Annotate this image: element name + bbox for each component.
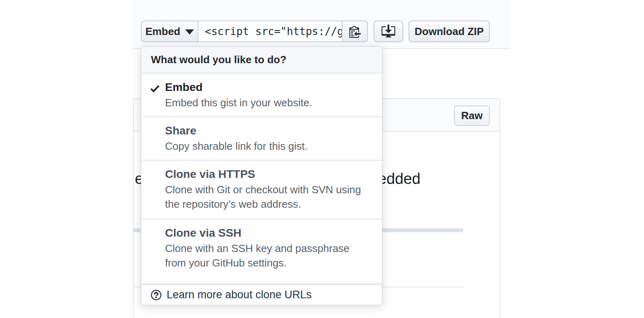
menu-item-description: Clone with Git or checkout with SVN usin…: [165, 182, 370, 211]
menu-item-title: Share: [165, 124, 370, 137]
download-zip-button-label: Download ZIP: [415, 25, 484, 38]
menu-item-clone-ssh[interactable]: Clone via SSH Clone with an SSH key and …: [141, 219, 382, 284]
file-content-text-fragment-right: edded: [378, 171, 421, 187]
copy-to-clipboard-button[interactable]: [342, 21, 368, 42]
menu-item-title: Clone via SSH: [165, 227, 370, 240]
menu-item-description: Clone with an SSH key and passphrase fro…: [165, 241, 370, 270]
raw-button[interactable]: Raw: [454, 105, 490, 126]
menu-item-description: Copy sharable link for this gist.: [165, 139, 370, 153]
learn-more-clone-urls-link[interactable]: Learn more about clone URLs: [141, 284, 382, 305]
toolbar-gap: [368, 21, 374, 42]
embed-dropdown-button[interactable]: Embed: [141, 21, 198, 42]
download-zip-button[interactable]: Download ZIP: [409, 21, 490, 42]
dropdown-header: What would you like to do?: [141, 47, 382, 74]
menu-item-title: Clone via HTTPS: [165, 168, 370, 181]
clippy-copy-icon: [349, 25, 361, 38]
question-icon: [151, 289, 161, 301]
menu-item-title: Embed: [165, 81, 370, 94]
embed-dropdown-button-label: Embed: [145, 25, 180, 38]
menu-item-description: Embed this gist in your website.: [165, 95, 370, 110]
menu-item-share[interactable]: Share Copy sharable link for this gist.: [141, 117, 382, 161]
chevron-down-icon: [185, 29, 194, 35]
learn-more-clone-urls-label: Learn more about clone URLs: [167, 289, 312, 301]
gist-page: Raw ec edded Embed: [0, 0, 644, 318]
desktop-download-icon: [382, 25, 395, 38]
check-icon: [150, 83, 160, 95]
dropdown-header-title: What would you like to do?: [151, 54, 287, 66]
menu-item-embed[interactable]: Embed Embed this gist in your website.: [141, 74, 382, 117]
open-in-desktop-button[interactable]: [374, 21, 403, 42]
embed-options-dropdown: What would you like to do? Embed Embed t…: [141, 46, 382, 305]
embed-code-input[interactable]: [198, 21, 343, 42]
raw-button-label: Raw: [461, 109, 483, 122]
gist-actions-toolbar: Embed Download ZIP: [141, 21, 490, 42]
toolbar-gap: [403, 21, 409, 42]
menu-item-clone-https[interactable]: Clone via HTTPS Clone with Git or checko…: [141, 161, 382, 219]
